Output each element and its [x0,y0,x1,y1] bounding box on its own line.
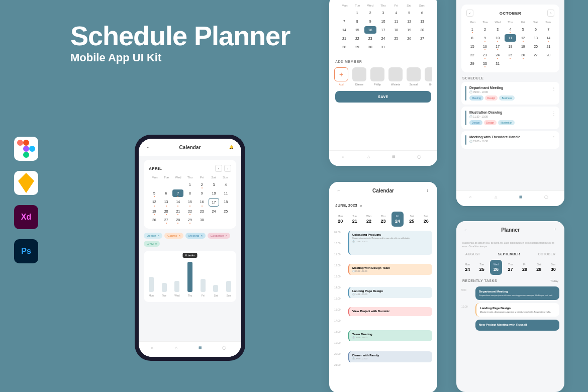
remove-tag-icon[interactable]: × [158,234,160,237]
day-cell[interactable]: 3 [492,26,504,33]
day-cell[interactable]: 3 [209,181,220,188]
day-cell[interactable]: 25 [505,51,516,59]
day-cell[interactable]: 30 [479,60,491,67]
day-cell[interactable]: 7 [543,26,554,33]
filter-tag[interactable]: Course× [164,233,183,239]
save-button[interactable]: SAVE [335,91,431,103]
week-day[interactable]: Fri28 [519,260,531,275]
week-day[interactable]: Tue21 [348,212,360,227]
day-cell[interactable]: 21 [338,35,350,42]
member-avatar[interactable]: Wisteria [388,67,403,86]
day-cell[interactable]: 13 [161,198,172,207]
day-cell[interactable]: 12 [403,18,415,25]
week-day[interactable]: Sun26 [420,212,432,227]
next-month-icon[interactable]: › [224,165,231,172]
day-cell[interactable]: 30 [197,216,208,224]
day-cell[interactable]: 29 [466,60,478,67]
day-cell[interactable]: 28 [543,51,554,59]
day-cell[interactable]: 11 [505,34,516,42]
day-cell[interactable]: 13 [416,18,428,25]
menu-icon[interactable]: ⋮ [424,187,431,194]
day-cell[interactable]: 8 [351,18,363,25]
task-card[interactable]: New Project Meeting with Russell [475,320,559,331]
prev-month-icon[interactable]: ‹ [215,165,222,172]
day-cell[interactable]: 2 [364,9,376,17]
day-cell[interactable]: 10 [377,18,389,25]
chart-bar[interactable] [213,285,218,292]
day-cell[interactable]: 1 [351,9,363,17]
bell-nav-icon[interactable]: △ [175,346,182,353]
day-cell[interactable]: 5 [149,189,160,197]
calendar-nav-icon[interactable]: ▦ [199,346,206,353]
member-avatar[interactable]: Dianne [352,67,366,86]
day-cell[interactable]: 11 [220,189,231,197]
day-cell[interactable]: 19 [403,26,415,34]
week-day[interactable]: Sat25 [406,212,418,227]
day-cell[interactable]: 24 [377,35,389,42]
day-cell[interactable]: 19 [149,208,160,215]
chart-bar[interactable] [149,277,154,292]
day-cell[interactable]: 20 [161,208,172,215]
back-icon[interactable]: ← [462,226,469,233]
chart-bar[interactable] [226,281,231,292]
day-cell[interactable]: 22 [466,51,478,59]
day-cell[interactable]: 29 [351,43,363,51]
day-cell[interactable]: 7 [172,189,183,197]
week-day[interactable]: Wen22 [363,212,375,227]
chart-bar[interactable] [162,283,167,292]
timeline-task[interactable]: Dinner with Family🕐 20:00 - 21:00 [348,351,432,362]
day-cell[interactable]: 28 [172,216,183,224]
day-cell[interactable]: 31 [492,60,504,67]
day-cell[interactable]: 19 [517,43,529,50]
bell-icon[interactable]: 🔔 [228,144,235,151]
day-cell[interactable]: 10 [209,189,220,197]
day-cell[interactable]: 6 [161,189,172,197]
day-cell[interactable]: 15 [466,43,478,50]
day-cell[interactable]: 2 [479,26,491,33]
day-cell[interactable]: 4 [505,26,516,33]
profile-icon[interactable]: ◯ [222,346,229,353]
chart-bar[interactable] [174,281,179,292]
event-card[interactable]: Illustration Drawing🕐 11:30 - 13:30Desig… [461,107,559,129]
day-cell[interactable]: 3 [377,9,389,17]
timeline-task[interactable]: View Project with Dominic [348,307,432,316]
day-cell[interactable]: 18 [390,26,402,34]
day-cell[interactable]: 22 [184,208,195,215]
day-cell[interactable]: 15 [184,198,195,207]
day-cell[interactable]: 9 [364,18,376,25]
week-day[interactable]: Sun30 [547,260,559,275]
week-day[interactable]: Thu23 [377,212,389,227]
day-cell[interactable]: 20 [530,43,541,50]
prev-month-icon[interactable]: ‹ [466,10,473,17]
day-cell[interactable]: 28 [338,43,350,51]
day-cell[interactable]: 9 [197,189,208,197]
chart-bar[interactable] [187,262,192,292]
day-cell[interactable]: 14 [338,26,350,34]
day-cell[interactable]: 2 [197,181,208,188]
day-cell[interactable]: 21 [172,208,183,215]
day-cell[interactable]: 24 [209,208,220,215]
home-icon[interactable]: ⌂ [342,155,349,162]
day-cell[interactable]: 26 [149,216,160,224]
back-icon[interactable]: ← [335,187,342,194]
week-day[interactable]: Tue25 [475,260,487,275]
day-cell[interactable]: 18 [220,198,231,207]
day-cell[interactable]: 24 [492,51,504,59]
day-cell[interactable]: 15 [351,26,363,34]
day-cell[interactable]: 23 [479,51,491,59]
remove-tag-icon[interactable]: × [226,234,228,237]
day-cell[interactable]: 12 [517,34,529,42]
day-cell[interactable]: 25 [390,35,402,42]
event-menu-icon[interactable]: ⋮ [551,135,556,141]
day-cell[interactable]: 27 [530,51,541,59]
remove-tag-icon[interactable]: × [179,234,181,237]
home-icon[interactable]: ⌂ [151,346,158,353]
day-cell[interactable]: 12 [149,198,160,207]
calendar-nav-icon[interactable]: ▦ [392,155,399,162]
event-menu-icon[interactable]: ⋮ [551,111,556,116]
timeline-task[interactable]: Team Meeting🕐 18:00 - 19:00 [348,330,432,341]
filter-tag[interactable]: Design× [144,233,162,239]
day-cell[interactable]: 4 [390,9,402,17]
day-cell[interactable]: 27 [161,216,172,224]
day-cell[interactable]: 16 [197,198,208,207]
